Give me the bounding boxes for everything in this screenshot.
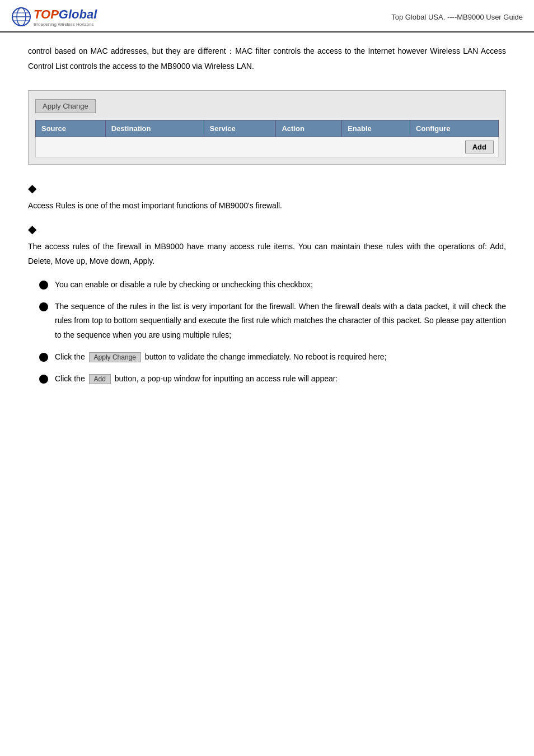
section1-text: Access Rules is one of the most importan… (28, 198, 506, 213)
add-button-row: Add (36, 137, 499, 157)
bullet-content-1: You can enable or disable a rule by chec… (55, 278, 506, 292)
logo-text: TOPGlobal Broadening Wireless Horizons (34, 7, 97, 27)
col-source: Source (36, 120, 106, 137)
col-enable: Enable (342, 120, 410, 137)
list-item: Click the Add button, a pop-up window fo… (28, 372, 506, 386)
section1-diamond: ◆ (28, 181, 506, 195)
inline-apply-change-button[interactable]: Apply Change (89, 352, 141, 362)
bullet-content-3: Click the Apply Change button to validat… (55, 350, 506, 364)
add-button[interactable]: Add (465, 141, 494, 153)
inline-add-button[interactable]: Add (89, 374, 111, 384)
table-header-row: Source Destination Service Action Enable… (36, 120, 499, 137)
col-service: Service (204, 120, 276, 137)
list-item: You can enable or disable a rule by chec… (28, 278, 506, 292)
access-rules-table-container: Apply Change Source Destination Service … (28, 90, 506, 165)
page-header: TOPGlobal Broadening Wireless Horizons T… (0, 0, 534, 32)
add-button-cell: Add (36, 137, 499, 157)
section2-diamond: ◆ (28, 222, 506, 236)
list-item: The sequence of the rules in the list is… (28, 300, 506, 342)
logo-tagline: Broadening Wireless Horizons (34, 22, 97, 27)
bullet-content-2: The sequence of the rules in the list is… (55, 300, 506, 342)
bullet-dot-icon (39, 353, 48, 362)
col-action: Action (276, 120, 342, 137)
bullet-dot-icon (39, 302, 48, 311)
header-title: Top Global USA. ----MB9000 User Guide (391, 13, 523, 21)
bullet-dot-icon (39, 281, 48, 290)
col-configure: Configure (410, 120, 499, 137)
rules-table: Source Destination Service Action Enable… (35, 120, 499, 157)
col-destination: Destination (105, 120, 204, 137)
bullet-list: You can enable or disable a rule by chec… (28, 278, 506, 386)
logo-globe-icon (11, 7, 31, 27)
intro-paragraph: control based on MAC addresses, but they… (28, 44, 506, 73)
list-item: Click the Apply Change button to validat… (28, 350, 506, 364)
bullet-dot-icon (39, 375, 48, 384)
logo-global-text: Global (59, 7, 97, 21)
section2-text: The access rules of the firewall in MB90… (28, 239, 506, 269)
main-content: control based on MAC addresses, but they… (0, 32, 534, 410)
logo-top-text: TOP (34, 7, 59, 21)
logo-area: TOPGlobal Broadening Wireless Horizons (11, 7, 97, 27)
bullet-content-4: Click the Add button, a pop-up window fo… (55, 372, 506, 386)
apply-change-button[interactable]: Apply Change (35, 99, 96, 113)
